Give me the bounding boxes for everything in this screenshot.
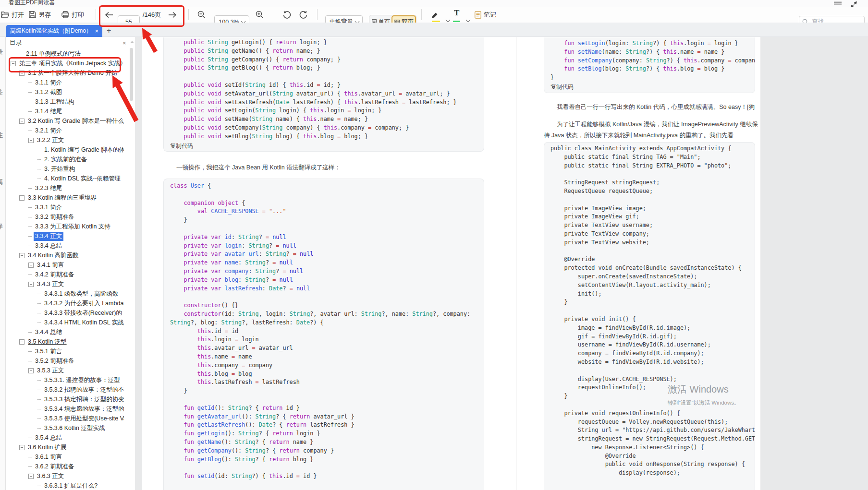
copy-code-link[interactable]: 复制代码 bbox=[544, 82, 755, 91]
toc-item[interactable]: 2. 实战前的准备 bbox=[6, 155, 124, 164]
notes-button[interactable]: 笔记 bbox=[475, 7, 496, 23]
paragraph: 一顿操作，我把这个 Java Bean 用 Kotlin 语法翻译成了这样： bbox=[163, 162, 484, 174]
prev-page-button[interactable] bbox=[105, 7, 113, 23]
tree-dash bbox=[37, 179, 41, 179]
code-line: private void init() { bbox=[550, 315, 755, 324]
toc-item[interactable]: 3.1.2 截图 bbox=[6, 87, 124, 97]
save-as-button[interactable]: 另存 bbox=[29, 7, 51, 23]
menu-icon[interactable] bbox=[833, 1, 842, 7]
toc-item[interactable]: 3.3.3 为工程添加 Kotlin 支持 bbox=[6, 222, 124, 231]
main-toolbar: 打开 另存 打印 55 /146页 100.3% bbox=[0, 7, 868, 23]
rotate-left-button[interactable] bbox=[282, 7, 291, 23]
minimize-icon[interactable] bbox=[864, 2, 868, 7]
toc-item[interactable]: 3.3.1 简介 bbox=[6, 203, 124, 212]
toc-item[interactable]: 3.6.1 前言 bbox=[6, 452, 124, 462]
toc-item[interactable]: 3.5.1 前言 bbox=[6, 347, 124, 356]
arrow-left-icon bbox=[105, 12, 113, 18]
text-tool-button[interactable]: T bbox=[452, 7, 462, 23]
toc-item[interactable]: 3. 开始重构 bbox=[6, 164, 124, 174]
tree-collapse-icon[interactable] bbox=[28, 474, 34, 479]
tree-collapse-icon[interactable] bbox=[19, 253, 24, 258]
tree-dash bbox=[28, 111, 32, 112]
toc-item[interactable]: 3.6.3 正文 bbox=[6, 471, 124, 481]
toc-item[interactable]: 3.2.2 正文 bbox=[6, 135, 124, 145]
toc-item[interactable]: 3.4.1 前言 bbox=[6, 260, 124, 270]
toc-item[interactable]: 3.2 Kotlin 写 Gradle 脚本是一种什么体验 bbox=[6, 116, 124, 126]
toc-item[interactable]: 3.3.2 前期准备 bbox=[6, 212, 124, 222]
fullscreen-icon[interactable] bbox=[850, 1, 857, 7]
rail-tab-icon[interactable]: 注 bbox=[0, 131, 3, 140]
new-tab-button[interactable]: + bbox=[107, 26, 111, 35]
tree-collapse-icon[interactable] bbox=[19, 445, 24, 450]
tab-close-icon[interactable]: × bbox=[95, 27, 98, 35]
toc-item[interactable]: 3.3.4 正文 bbox=[6, 231, 124, 241]
toc-item[interactable]: 3.6 Kotlin 扩展 bbox=[6, 442, 124, 452]
rail-tab-icon[interactable]: 签 bbox=[0, 88, 3, 96]
toc-item[interactable]: 3.5.3.3 搞定招聘：泛型的协变 bbox=[6, 394, 124, 404]
rail-tab-icon[interactable]: 录 bbox=[0, 48, 3, 57]
toc-item-label: 3.1 从一个膜拜大神的 Demo 开始 bbox=[26, 69, 119, 78]
toc-item[interactable]: 3.5.3 正文 bbox=[6, 366, 124, 375]
toc-item[interactable]: 3.5.3.1. 遥控器的故事：泛型 bbox=[6, 375, 124, 385]
toc-item[interactable]: 4. Kotlin DSL 实战--依赖管理 bbox=[6, 174, 124, 183]
toc-item[interactable]: 3.4.2 前期准备 bbox=[6, 270, 124, 279]
highlighter-button[interactable] bbox=[430, 7, 441, 23]
chevron-down-icon[interactable] bbox=[466, 18, 471, 23]
tab-document[interactable]: 高级Kotlin强化实战（附Demo） × bbox=[6, 25, 102, 37]
toc-close-icon[interactable]: × bbox=[122, 39, 126, 47]
toc-item[interactable]: 3.4.3.1 函数类型，高阶函数 bbox=[6, 289, 124, 299]
toc-item[interactable]: 3.5 Kotlin 泛型 bbox=[6, 337, 124, 347]
toc-item[interactable]: 3.4.3.2 为什么要引入 Lambda bbox=[6, 299, 124, 308]
toc-item[interactable]: 3.5.3.2 招聘的故事：泛型的不变 bbox=[6, 385, 124, 394]
toc-item[interactable]: 3.4.3.3 带接收者(Receiver)的 bbox=[6, 308, 124, 318]
toc-item[interactable]: 3.5.3.5 使用处型变(Use-site Variance) bbox=[6, 414, 124, 423]
tree-collapse-icon[interactable] bbox=[19, 195, 24, 201]
code-line: private ImageView image; bbox=[550, 204, 755, 213]
print-button[interactable]: 打印 bbox=[61, 7, 84, 23]
toc-item[interactable]: 3.6.3.1 扩展是什么? bbox=[6, 481, 124, 490]
tree-collapse-icon[interactable] bbox=[19, 119, 24, 124]
toc-item[interactable]: 3.5.2 前期准备 bbox=[6, 356, 124, 366]
toc-item[interactable]: 1. Kotlin 编写 Gradle 脚本的体验 bbox=[6, 145, 124, 155]
toc-item-label: 3. 开始重构 bbox=[43, 165, 76, 174]
toc-item[interactable]: 3.5.3.6 Kotlin 泛型实战 bbox=[6, 423, 124, 433]
tree-collapse-icon[interactable] bbox=[11, 61, 16, 66]
chevron-down-icon[interactable] bbox=[446, 18, 451, 23]
toc-item[interactable]: 3.4 Kotlin 高阶函数 bbox=[6, 251, 124, 260]
rail-tab-icon[interactable]: 译 bbox=[0, 222, 3, 231]
toc-scrollbar-thumb[interactable] bbox=[130, 48, 133, 101]
toc-item[interactable]: 3.3 Kotlin 编程的三重境界 bbox=[6, 193, 124, 203]
toc-scroll-up-icon[interactable] bbox=[130, 41, 134, 43]
toc-item[interactable]: 3.1.4 结尾 bbox=[6, 107, 124, 116]
tree-collapse-icon[interactable] bbox=[28, 368, 34, 373]
open-button[interactable]: 打开 bbox=[1, 7, 24, 23]
code-line: fun getCompany(): String? { return compa… bbox=[170, 447, 484, 455]
rail-tab-icon[interactable]: 属 bbox=[0, 178, 3, 186]
toc-item[interactable]: 3.1.3 工程结构 bbox=[6, 97, 124, 107]
next-page-button[interactable] bbox=[168, 7, 177, 23]
zoom-out-button[interactable] bbox=[197, 7, 206, 23]
toc-item[interactable]: 3.2.1 简介 bbox=[6, 126, 124, 135]
toc-item[interactable]: 3.1.1 简介 bbox=[6, 78, 124, 87]
toc-item[interactable]: 第三章 项目实战《Kotlin Jetpack 实战》 bbox=[6, 59, 124, 68]
toc-item[interactable]: 3.4.3.4 HTML Kotlin DSL 实战 bbox=[6, 318, 124, 327]
rotate-right-button[interactable] bbox=[299, 7, 308, 23]
tree-collapse-icon[interactable] bbox=[28, 282, 34, 287]
toc-item[interactable]: 3.4.4 总结 bbox=[6, 327, 124, 337]
toc-item[interactable]: 3.6.2 前期准备 bbox=[6, 462, 124, 471]
toc-item[interactable]: 3.5.4 总结 bbox=[6, 433, 124, 442]
toc-item[interactable]: 3.5.3.4 填志愿的故事：泛型的逆变 bbox=[6, 404, 124, 414]
toc-item[interactable]: 3.2.3 结尾 bbox=[6, 183, 124, 193]
toc-item[interactable]: 2.11 单例模式的写法 bbox=[6, 49, 124, 59]
tree-collapse-icon[interactable] bbox=[28, 138, 34, 143]
toc-item[interactable]: 3.3.4 总结 bbox=[6, 241, 124, 251]
tree-collapse-icon[interactable] bbox=[28, 263, 34, 268]
copy-code-link[interactable]: 复制代码 bbox=[164, 141, 484, 150]
tree-collapse-icon[interactable] bbox=[19, 71, 24, 76]
code-line: public String getLogin() { return login;… bbox=[170, 38, 484, 47]
toc-item[interactable]: 3.4.3 正文 bbox=[6, 279, 124, 289]
toc-item[interactable]: 3.1 从一个膜拜大神的 Demo 开始 bbox=[6, 68, 124, 78]
zoom-in-button[interactable] bbox=[256, 7, 264, 23]
tree-collapse-icon[interactable] bbox=[19, 339, 24, 345]
toc-item-label: 3.2.3 结尾 bbox=[34, 184, 63, 193]
